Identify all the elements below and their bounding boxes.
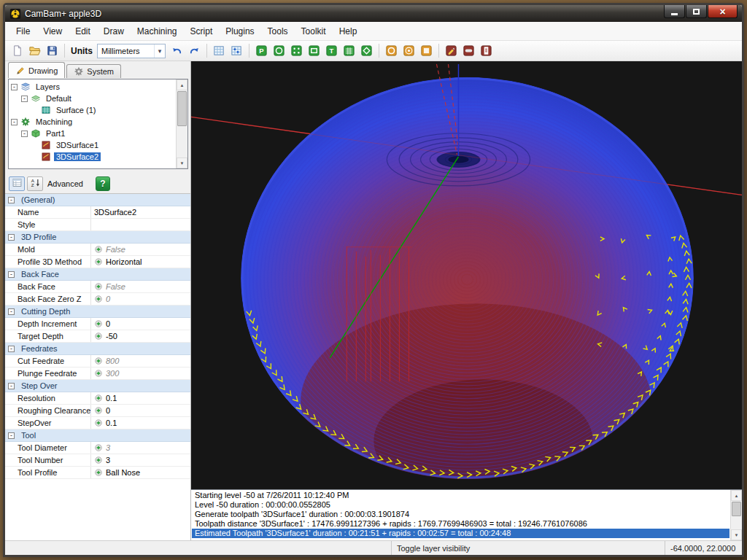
property-row-back-face[interactable]: Back FaceFalse bbox=[5, 281, 190, 293]
categorized-view-button[interactable] bbox=[9, 176, 25, 191]
collapse-expander-icon[interactable]: - bbox=[11, 119, 18, 125]
property-category-back-face[interactable]: -Back Face bbox=[5, 268, 190, 281]
close-button[interactable] bbox=[708, 5, 738, 18]
scrollbar-thumb[interactable] bbox=[177, 91, 187, 126]
region-icon[interactable] bbox=[358, 43, 375, 59]
scroll-up-icon[interactable] bbox=[731, 490, 742, 501]
scroll-down-icon[interactable] bbox=[177, 158, 187, 168]
collapse-expander-icon[interactable]: - bbox=[21, 96, 28, 102]
points-icon[interactable] bbox=[288, 43, 305, 59]
log-line[interactable]: Level -50 duration : 00:00:00.0552805 bbox=[192, 500, 729, 510]
log-line[interactable]: Toolpath distance '3DSurface1' : 17476.9… bbox=[192, 519, 729, 529]
tree-item-3dsurface1[interactable]: 3DSurface1 bbox=[9, 139, 175, 151]
property-category-cutting-depth[interactable]: -Cutting Depth bbox=[5, 306, 190, 318]
property-value[interactable]: 3DSurface2 bbox=[91, 206, 190, 218]
units-dropdown[interactable]: Millimeters bbox=[97, 44, 166, 58]
lathe-icon[interactable] bbox=[460, 43, 477, 59]
log-line[interactable]: Starting level -50 at 7/26/2011 10:12:40… bbox=[192, 491, 729, 500]
property-category-3d-profile[interactable]: -3D Profile bbox=[5, 231, 190, 244]
collapse-expander-icon[interactable]: - bbox=[8, 383, 15, 389]
menu-plugins[interactable]: Plugins bbox=[219, 23, 260, 39]
inherit-toggle-icon[interactable] bbox=[94, 406, 103, 415]
menu-script[interactable]: Script bbox=[184, 23, 220, 39]
property-row-resolution[interactable]: Resolution0.1 bbox=[5, 392, 190, 405]
tree-item-part1[interactable]: -Part1 bbox=[9, 128, 175, 139]
inherit-toggle-icon[interactable] bbox=[94, 332, 103, 341]
log-line[interactable]: Generate toolpath '3DSurface1' duration … bbox=[192, 510, 729, 519]
property-row-profile-3d-method[interactable]: Profile 3D MethodHorizontal bbox=[5, 256, 190, 268]
property-row-style[interactable]: Style bbox=[5, 219, 190, 231]
property-value[interactable]: False bbox=[91, 244, 190, 255]
tree-item-layers[interactable]: -Layers bbox=[9, 81, 175, 93]
inherit-toggle-icon[interactable] bbox=[94, 245, 103, 254]
menu-machining[interactable]: Machining bbox=[131, 23, 184, 39]
collapse-expander-icon[interactable]: - bbox=[8, 308, 15, 315]
property-value[interactable]: 3 bbox=[91, 454, 190, 466]
collapse-expander-icon[interactable]: - bbox=[21, 131, 28, 137]
property-value[interactable]: Ball Nose bbox=[91, 467, 190, 478]
property-row-mold[interactable]: MoldFalse bbox=[5, 244, 190, 256]
property-value[interactable]: 0 bbox=[91, 318, 190, 330]
dropdown-arrow-icon[interactable] bbox=[154, 44, 165, 58]
property-value[interactable]: 800 bbox=[91, 355, 190, 367]
inherit-toggle-icon[interactable] bbox=[94, 419, 103, 427]
property-row-tool-profile[interactable]: Tool ProfileBall Nose bbox=[5, 467, 190, 479]
property-value[interactable]: 300 bbox=[91, 368, 190, 379]
collapse-expander-icon[interactable]: - bbox=[8, 271, 15, 278]
inherit-toggle-icon[interactable] bbox=[94, 369, 103, 378]
open-folder-icon[interactable] bbox=[26, 43, 43, 59]
text-icon[interactable]: T bbox=[323, 43, 340, 59]
inherit-toggle-icon[interactable] bbox=[94, 468, 103, 477]
edit-grid-icon[interactable] bbox=[211, 43, 228, 59]
property-row-tool-diameter[interactable]: Tool Diameter3 bbox=[5, 442, 190, 454]
viewport-3d[interactable] bbox=[191, 61, 742, 489]
menu-toolkit[interactable]: Toolkit bbox=[295, 23, 333, 39]
profile-icon[interactable] bbox=[383, 43, 400, 59]
drill-icon[interactable] bbox=[400, 43, 417, 59]
inherit-toggle-icon[interactable] bbox=[94, 319, 103, 328]
collapse-expander-icon[interactable]: - bbox=[8, 197, 15, 203]
save-icon[interactable] bbox=[44, 43, 61, 59]
inherit-toggle-icon[interactable] bbox=[94, 357, 103, 365]
collapse-expander-icon[interactable]: - bbox=[8, 234, 15, 241]
snap-grid-icon[interactable] bbox=[228, 43, 245, 59]
redo-icon[interactable] bbox=[186, 43, 203, 59]
tab-system[interactable]: System bbox=[66, 64, 121, 78]
property-value[interactable]: 0 bbox=[91, 405, 190, 416]
property-value[interactable]: 3 bbox=[91, 442, 190, 454]
inherit-toggle-icon[interactable] bbox=[94, 257, 103, 266]
scroll-up-icon[interactable] bbox=[177, 79, 187, 90]
viewport-canvas[interactable] bbox=[191, 61, 742, 489]
property-row-plunge-feedrate[interactable]: Plunge Feedrate300 bbox=[5, 368, 190, 380]
property-value[interactable]: 0 bbox=[91, 293, 190, 305]
menu-help[interactable]: Help bbox=[333, 23, 364, 39]
title-bar[interactable]: CamBam+ apple3D bbox=[5, 5, 742, 22]
log-scrollbar[interactable] bbox=[730, 490, 742, 540]
tree-item-machining[interactable]: -Machining bbox=[9, 116, 175, 128]
property-category-general[interactable]: -(General) bbox=[5, 194, 190, 206]
new-file-icon[interactable] bbox=[9, 43, 26, 59]
maximize-button[interactable] bbox=[686, 5, 707, 18]
property-value[interactable]: Horizontal bbox=[91, 256, 190, 268]
property-value[interactable]: 0.1 bbox=[91, 392, 190, 404]
property-category-step-over[interactable]: -Step Over bbox=[5, 380, 190, 392]
property-row-depth-increment[interactable]: Depth Increment0 bbox=[5, 318, 190, 330]
inherit-toggle-icon[interactable] bbox=[94, 295, 103, 303]
property-row-stepover[interactable]: StepOver0.1 bbox=[5, 417, 190, 429]
property-value[interactable]: 0.1 bbox=[91, 417, 190, 429]
rectangle-icon[interactable] bbox=[306, 43, 322, 59]
menu-file[interactable]: File bbox=[9, 23, 36, 39]
inherit-toggle-icon[interactable] bbox=[94, 394, 103, 402]
property-row-cut-feedrate[interactable]: Cut Feedrate800 bbox=[5, 355, 190, 368]
inherit-toggle-icon[interactable] bbox=[94, 443, 103, 452]
property-category-feedrates[interactable]: -Feedrates bbox=[5, 343, 190, 355]
property-row-tool-number[interactable]: Tool Number3 bbox=[5, 454, 190, 467]
tree-item-surface-1[interactable]: Surface (1) bbox=[9, 104, 175, 116]
collapse-expander-icon[interactable]: - bbox=[8, 346, 15, 352]
pocket-icon[interactable] bbox=[418, 43, 435, 59]
property-value[interactable]: False bbox=[91, 281, 190, 292]
sort-alphabetical-button[interactable]: AZ bbox=[27, 176, 43, 191]
tree-item-default[interactable]: -Default bbox=[9, 93, 175, 104]
collapse-expander-icon[interactable]: - bbox=[11, 84, 18, 90]
collapse-expander-icon[interactable]: - bbox=[8, 432, 15, 439]
